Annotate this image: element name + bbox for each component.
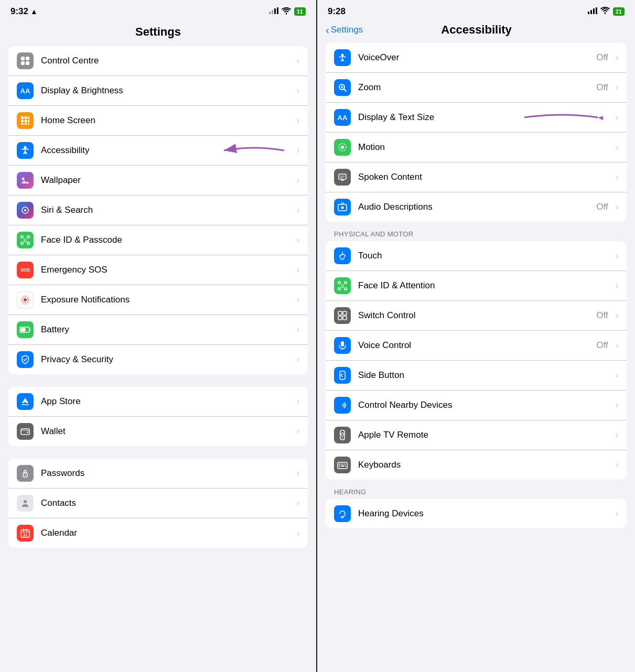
chevron-icon: ›: [616, 371, 618, 380]
wallet-icon: [17, 423, 34, 440]
svg-rect-55: [339, 174, 346, 179]
spoken-icon: [334, 169, 351, 186]
right-item-motion[interactable]: Motion ›: [326, 133, 627, 162]
right-item-keyboards[interactable]: Keyboards ›: [326, 450, 627, 480]
settings-item-display[interactable]: AA Display & Brightness ›: [8, 76, 308, 106]
svg-rect-25: [27, 242, 29, 244]
svg-point-17: [24, 146, 27, 149]
right-item-apple-tv[interactable]: Apple TV Remote ›: [326, 420, 627, 450]
voiceover-icon: [334, 49, 351, 66]
settings-item-wallpaper[interactable]: Wallpaper ›: [8, 166, 308, 196]
svg-rect-66: [338, 311, 342, 315]
svg-rect-81: [339, 465, 340, 467]
right-item-touch[interactable]: Touch ›: [326, 241, 627, 271]
face-id-attention-icon: [334, 277, 351, 294]
right-status-bar: 9:28 21: [317, 0, 635, 21]
settings-item-privacy[interactable]: Privacy & Security ›: [8, 345, 308, 374]
chevron-icon: ›: [297, 355, 299, 364]
chevron-icon: ›: [297, 56, 299, 66]
settings-item-contacts[interactable]: Contacts ›: [8, 489, 308, 518]
left-status-bar: 9:32 ▲ 11: [0, 0, 316, 21]
settings-item-accessibility[interactable]: Accessibility ›: [8, 136, 308, 166]
location-icon: ▲: [30, 7, 38, 16]
control-nearby-label: Control Nearby Devices: [358, 400, 611, 410]
control-nearby-icon: [334, 397, 351, 414]
chevron-icon: ›: [297, 325, 299, 334]
siri-icon: [17, 202, 34, 219]
settings-item-appstore[interactable]: App Store ›: [8, 387, 308, 417]
hearing-devices-icon: [334, 505, 351, 522]
svg-rect-67: [343, 311, 347, 315]
chevron-icon: ›: [297, 235, 299, 245]
svg-rect-46: [596, 7, 597, 14]
right-item-control-nearby[interactable]: Control Nearby Devices ›: [326, 391, 627, 420]
right-item-audio-desc[interactable]: Audio Descriptions Off ›: [326, 192, 627, 222]
settings-item-wallet[interactable]: Wallet ›: [8, 417, 308, 446]
svg-point-26: [24, 240, 25, 241]
contacts-icon: [17, 495, 34, 512]
chevron-icon: ›: [616, 311, 618, 320]
zoom-value: Off: [596, 82, 608, 93]
chevron-icon: ›: [616, 400, 618, 410]
control-centre-label: Control Centre: [41, 56, 293, 66]
svg-rect-61: [345, 281, 347, 284]
exposure-label: Exposure Notifications: [41, 295, 293, 305]
chevron-icon: ›: [616, 202, 618, 212]
settings-item-face-id[interactable]: Face ID & Passcode ›: [8, 225, 308, 255]
settings-item-exposure[interactable]: Exposure Notifications ›: [8, 285, 308, 315]
left-status-icons: 11: [269, 7, 306, 16]
privacy-label: Privacy & Security: [41, 354, 293, 365]
svg-point-74: [341, 433, 344, 436]
right-item-zoom[interactable]: Zoom Off ›: [326, 73, 627, 103]
passwords-label: Passwords: [41, 468, 293, 479]
right-signal-icon: [588, 7, 597, 16]
svg-rect-8: [21, 116, 24, 119]
svg-rect-12: [25, 120, 27, 123]
right-item-voiceover[interactable]: VoiceOver Off ›: [326, 43, 627, 73]
settings-item-emergency[interactable]: SOS Emergency SOS ›: [8, 255, 308, 285]
chevron-icon: ›: [616, 251, 618, 261]
right-item-voice-control[interactable]: Voice Control Off ›: [326, 331, 627, 361]
settings-item-battery[interactable]: Battery ›: [8, 315, 308, 345]
keyboards-icon: [334, 457, 351, 473]
right-item-switch-control[interactable]: Switch Control Off ›: [326, 301, 627, 331]
svg-rect-6: [21, 61, 25, 65]
exposure-icon: [17, 291, 34, 308]
switch-control-value: Off: [596, 310, 608, 321]
settings-item-control-centre[interactable]: Control Centre ›: [8, 46, 308, 76]
battery-icon: [17, 321, 34, 338]
back-chevron-icon: ‹: [326, 24, 329, 36]
hearing-devices-label: Hearing Devices: [358, 508, 611, 519]
svg-point-53: [341, 146, 344, 149]
settings-item-calendar[interactable]: 31 Calendar ›: [8, 518, 308, 548]
svg-point-28: [24, 298, 27, 301]
audio-desc-value: Off: [596, 202, 608, 212]
emergency-label: Emergency SOS: [41, 265, 293, 275]
physical-list: Touch › Face ID & Attention › Switch Con…: [326, 241, 627, 480]
svg-rect-69: [343, 316, 347, 320]
svg-point-65: [343, 286, 344, 287]
chevron-icon: ›: [616, 509, 618, 518]
right-item-hearing-devices[interactable]: Hearing Devices ›: [326, 499, 627, 528]
calendar-icon: 31: [17, 525, 34, 541]
settings-item-passwords[interactable]: Passwords ›: [8, 459, 308, 489]
chevron-icon: ›: [616, 460, 618, 470]
siri-label: Siri & Search: [41, 205, 293, 215]
right-item-side-button[interactable]: Side Button ›: [326, 361, 627, 391]
side-button-label: Side Button: [358, 370, 611, 381]
svg-rect-9: [25, 116, 27, 119]
back-button[interactable]: ‹ Settings: [326, 24, 363, 36]
svg-rect-83: [345, 465, 346, 467]
svg-rect-44: [590, 10, 592, 14]
settings-item-siri[interactable]: Siri & Search ›: [8, 196, 308, 225]
chevron-icon: ›: [297, 295, 299, 305]
right-item-display-text[interactable]: AA Display & Text Size ›: [326, 103, 627, 133]
svg-rect-63: [345, 288, 347, 290]
right-item-face-id-attention[interactable]: Face ID & Attention ›: [326, 271, 627, 301]
svg-rect-34: [21, 429, 29, 435]
zoom-icon: [334, 79, 351, 96]
svg-rect-11: [21, 120, 24, 123]
right-item-spoken[interactable]: Spoken Content ›: [326, 162, 627, 192]
settings-item-home-screen[interactable]: Home Screen ›: [8, 106, 308, 136]
accessibility-label: Accessibility: [41, 145, 293, 156]
